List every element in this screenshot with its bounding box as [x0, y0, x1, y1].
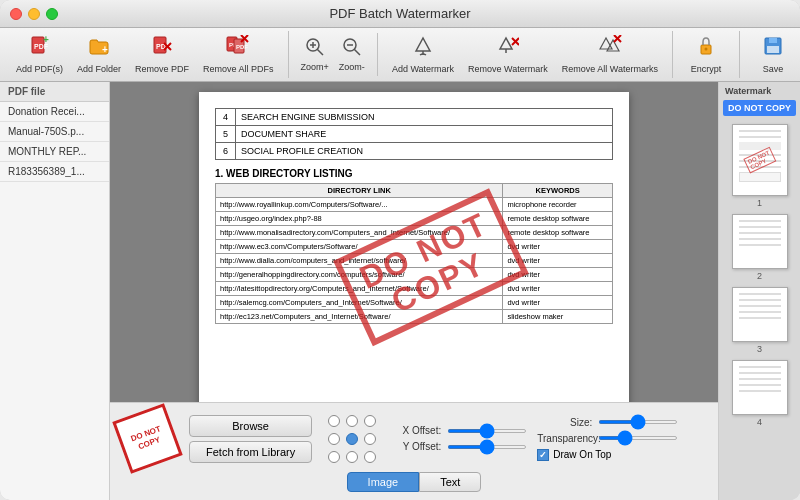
url-cell: http://usgeo.org/index.php?-88	[216, 212, 503, 226]
add-watermark-icon	[412, 35, 434, 62]
close-button[interactable]	[10, 8, 22, 20]
draw-on-top-label: Draw On Top	[553, 449, 611, 460]
thumb-page-1[interactable]: DO NOTCOPY 1	[732, 124, 788, 208]
keyword-cell: dvd writer	[503, 268, 613, 282]
browse-section: Browse Fetch from Library	[189, 415, 312, 463]
zoom-in-button[interactable]: Zoom+	[297, 33, 333, 76]
radio-option-1c[interactable]	[364, 415, 376, 427]
url-row-8: http://ec123.net/Computers_and_Internet/…	[216, 310, 613, 324]
remove-pdf-button[interactable]: PDF Remove PDF	[129, 31, 195, 78]
zoom-out-icon	[342, 37, 362, 62]
remove-all-pdfs-button[interactable]: PDFPDF Remove All PDFs	[197, 31, 280, 78]
save-button[interactable]: Save	[748, 31, 798, 78]
document-area: 4 SEARCH ENGINE SUBMISSION 5 DOCUMENT SH…	[110, 82, 718, 500]
tab-image[interactable]: Image	[347, 472, 420, 492]
thumb-page-4[interactable]: 4	[732, 360, 788, 427]
radio-row-2	[328, 433, 376, 445]
title-bar: PDF Batch Watermarker	[0, 0, 800, 28]
svg-line-19	[354, 49, 360, 55]
radio-option-2a[interactable]	[328, 433, 340, 445]
zoom-out-button[interactable]: Zoom-	[335, 33, 369, 76]
svg-rect-30	[769, 38, 777, 43]
size-row: Size:	[537, 417, 678, 428]
remove-all-watermarks-button[interactable]: Remove All Watermarks	[556, 31, 664, 78]
save-icon	[762, 35, 784, 62]
radio-option-3a[interactable]	[328, 451, 340, 463]
remove-pdf-icon: PDF	[151, 35, 173, 62]
keyword-cell: slideshow maker	[503, 310, 613, 324]
radio-option-1a[interactable]	[328, 415, 340, 427]
pdf-page: 4 SEARCH ENGINE SUBMISSION 5 DOCUMENT SH…	[199, 92, 629, 402]
url-row-7: http://salemcg.com/Computers_and_Interne…	[216, 296, 613, 310]
tab-text[interactable]: Text	[419, 472, 481, 492]
zoom-in-label: Zoom+	[301, 62, 329, 72]
transparency-slider[interactable]	[598, 436, 678, 440]
add-watermark-label: Add Watermark	[392, 64, 454, 74]
svg-text:+: +	[43, 35, 49, 45]
thumbnail-list: DO NOTCOPY 1 2	[719, 118, 800, 500]
file-item-1[interactable]: Manual-750S.p...	[0, 122, 109, 142]
main-window: PDF Batch Watermarker PDF+ Add PDF(s) + …	[0, 0, 800, 500]
url-cell: http://www.monalisadirectory.com/Compute…	[216, 226, 503, 240]
transparency-row: Transparency:	[537, 433, 678, 444]
x-offset-label: X Offset:	[386, 425, 441, 436]
stamp-preview: DO NOTCOPY	[112, 403, 182, 473]
file-list-header: PDF file	[0, 82, 109, 102]
watermark-section-header: Watermark	[719, 82, 800, 96]
url-table: DIRECTORY LINK KEYWORDS http://www.royal…	[215, 183, 613, 324]
top-table: 4 SEARCH ENGINE SUBMISSION 5 DOCUMENT SH…	[215, 108, 613, 160]
remove-all-watermarks-icon	[598, 35, 622, 62]
row-text: SOCIAL PROFILE CREATION	[236, 143, 613, 160]
thumb-number-4: 4	[757, 417, 762, 427]
traffic-lights	[10, 8, 58, 20]
draw-on-top-checkbox[interactable]: ✓	[537, 449, 549, 461]
file-item-0[interactable]: Donation Recei...	[0, 102, 109, 122]
fetch-library-button[interactable]: Fetch from Library	[189, 441, 312, 463]
keyword-cell: remote desktop software	[503, 212, 613, 226]
radio-option-3b[interactable]	[346, 451, 358, 463]
add-watermark-button[interactable]: Add Watermark	[386, 31, 460, 78]
thumb-number-1: 1	[757, 198, 762, 208]
x-offset-slider[interactable]	[447, 429, 527, 433]
remove-pdf-label: Remove PDF	[135, 64, 189, 74]
radio-option-2b[interactable]	[346, 433, 358, 445]
remove-watermark-icon	[497, 35, 519, 62]
url-cell: http://generalhoppingdirectory.com/compu…	[216, 268, 503, 282]
add-pdfs-button[interactable]: PDF+ Add PDF(s)	[10, 31, 69, 78]
radio-row-1	[328, 415, 376, 427]
size-label: Size:	[537, 417, 592, 428]
main-content: PDF file Donation Recei... Manual-750S.p…	[0, 82, 800, 500]
radio-option-3c[interactable]	[364, 451, 376, 463]
url-row-3: http://www.ec3.com/Computers/Software/ d…	[216, 240, 613, 254]
radio-option-2c[interactable]	[364, 433, 376, 445]
row-num: 5	[216, 126, 236, 143]
y-offset-label: Y Offset:	[386, 441, 441, 452]
file-list-panel: PDF file Donation Recei... Manual-750S.p…	[0, 82, 110, 500]
encrypt-label: Encrypt	[691, 64, 722, 74]
thumb-page-img-1: DO NOTCOPY	[732, 124, 788, 196]
zoom-out-label: Zoom-	[339, 62, 365, 72]
thumb-page-3[interactable]: 3	[732, 287, 788, 354]
radio-option-1b[interactable]	[346, 415, 358, 427]
keyword-cell: dvd writer	[503, 282, 613, 296]
thumb-number-3: 3	[757, 344, 762, 354]
url-table-header-row: DIRECTORY LINK KEYWORDS	[216, 184, 613, 198]
encrypt-group: Encrypt	[681, 31, 740, 78]
table-row: 4 SEARCH ENGINE SUBMISSION	[216, 109, 613, 126]
thumb-page-2[interactable]: 2	[732, 214, 788, 281]
remove-watermark-button[interactable]: Remove Watermark	[462, 31, 554, 78]
maximize-button[interactable]	[46, 8, 58, 20]
add-folder-icon: +	[88, 35, 110, 62]
minimize-button[interactable]	[28, 8, 40, 20]
y-offset-slider[interactable]	[447, 445, 527, 449]
add-folder-button[interactable]: + Add Folder	[71, 31, 127, 78]
radio-group	[328, 415, 376, 463]
file-item-3[interactable]: R183356389_1...	[0, 162, 109, 182]
size-transparency-controls: Size: Transparency: ✓ Draw On Top	[537, 417, 678, 461]
url-row-4: http://www.dialla.com/computers_and_inte…	[216, 254, 613, 268]
size-slider[interactable]	[598, 420, 678, 424]
file-item-2[interactable]: MONTHLY REP...	[0, 142, 109, 162]
browse-button[interactable]: Browse	[189, 415, 312, 437]
remove-all-pdfs-label: Remove All PDFs	[203, 64, 274, 74]
encrypt-button[interactable]: Encrypt	[681, 31, 731, 78]
